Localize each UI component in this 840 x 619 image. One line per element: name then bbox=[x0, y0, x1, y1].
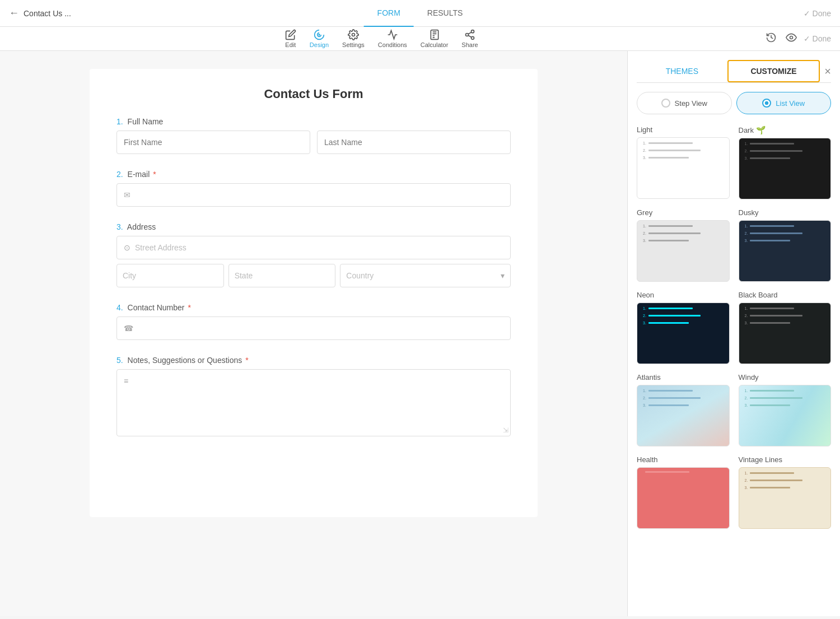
toolbar-calculator[interactable]: Calculator bbox=[416, 27, 453, 50]
field-num-1: 1. bbox=[116, 117, 123, 126]
toolbar-edit[interactable]: Edit bbox=[281, 27, 301, 50]
theme-preview-light: 1. 2. 3. bbox=[637, 137, 730, 199]
field-address: 3. Address ⊙ Street Address City State C… bbox=[116, 222, 511, 287]
first-name-field[interactable] bbox=[124, 138, 303, 147]
checkmark-icon: ✓ bbox=[804, 9, 810, 18]
form-container: Contact Us Form 1. Full Name bbox=[90, 69, 538, 517]
field-label-2: E-mail bbox=[128, 170, 150, 179]
theme-preview-dark: 1. 2. 3. bbox=[739, 138, 832, 199]
panel-tabs: THEMES CUSTOMIZE × bbox=[637, 60, 831, 83]
required-badge-5: * bbox=[245, 356, 248, 365]
themes-grid: Light 1. 2. 3. Dark 🌱 1. 2. 3. bbox=[637, 125, 831, 529]
list-view-radio[interactable] bbox=[762, 99, 771, 108]
required-badge-2: * bbox=[153, 170, 156, 179]
field-full-name: 1. Full Name bbox=[116, 117, 511, 154]
theme-atlantis[interactable]: Atlantis 1. 2. 3. bbox=[637, 373, 730, 446]
city-input[interactable]: City bbox=[116, 264, 224, 287]
list-view-label: List View bbox=[776, 99, 805, 108]
history-button[interactable] bbox=[763, 30, 779, 48]
toolbar-conditions[interactable]: Conditions bbox=[374, 27, 412, 50]
theme-vintage[interactable]: Vintage Lines 1. 2. 3. bbox=[739, 455, 832, 529]
state-input[interactable]: State bbox=[228, 264, 336, 287]
field-num-5: 5. bbox=[116, 356, 123, 365]
svg-line-10 bbox=[468, 35, 472, 37]
resize-handle[interactable]: ⇲ bbox=[503, 426, 508, 434]
svg-point-9 bbox=[472, 36, 474, 39]
tab-results[interactable]: RESULTS bbox=[414, 0, 477, 27]
city-placeholder: City bbox=[123, 271, 136, 280]
step-view-label: Step View bbox=[675, 99, 707, 108]
back-button[interactable]: ← bbox=[9, 7, 19, 19]
field-phone: 4. Contact Number * ☎ bbox=[116, 303, 511, 340]
field-num-3: 3. bbox=[116, 222, 123, 231]
page-title: Contact Us ... bbox=[24, 9, 71, 18]
right-panel: THEMES CUSTOMIZE × Step View List View L… bbox=[627, 51, 840, 616]
svg-line-11 bbox=[468, 32, 472, 34]
email-input[interactable]: ✉ bbox=[116, 183, 511, 207]
envelope-icon: ✉ bbox=[124, 190, 130, 199]
location-icon: ⊙ bbox=[124, 243, 130, 252]
toolbar-right: ✓Done bbox=[763, 30, 840, 48]
svg-point-12 bbox=[790, 36, 792, 39]
field-num-4: 4. bbox=[116, 303, 123, 312]
main-layout: Contact Us Form 1. Full Name bbox=[0, 51, 840, 616]
chevron-down-icon: ▾ bbox=[501, 271, 505, 280]
country-select[interactable]: Country ▾ bbox=[340, 264, 511, 287]
toolbar-share[interactable]: Share bbox=[457, 27, 482, 50]
name-inputs bbox=[116, 131, 511, 154]
theme-preview-vintage: 1. 2. 3. bbox=[739, 467, 832, 529]
step-view-radio[interactable] bbox=[661, 99, 670, 108]
done-button-toolbar[interactable]: ✓Done bbox=[804, 34, 831, 43]
tab-form[interactable]: FORM bbox=[364, 0, 414, 27]
field-notes: 5. Notes, Suggestions or Questions * ≡ ⇲ bbox=[116, 356, 511, 436]
first-name-input[interactable] bbox=[116, 131, 310, 154]
last-name-input[interactable] bbox=[317, 131, 511, 154]
theme-light[interactable]: Light 1. 2. 3. bbox=[637, 125, 730, 199]
address-subrow: City State Country ▾ bbox=[116, 264, 511, 287]
required-badge-4: * bbox=[188, 303, 190, 312]
theme-blackboard[interactable]: Black Board 1. 2. 3. bbox=[739, 291, 832, 364]
done-button[interactable]: ✓ Done bbox=[804, 9, 831, 18]
top-bar: ← Contact Us ... FORM RESULTS ✓ Done bbox=[0, 0, 840, 27]
align-icon: ≡ bbox=[124, 375, 128, 385]
street-address-input[interactable]: ⊙ Street Address bbox=[116, 236, 511, 259]
panel-close-button[interactable]: × bbox=[824, 65, 831, 78]
notes-input[interactable]: ≡ ⇲ bbox=[116, 369, 511, 436]
step-view-option[interactable]: Step View bbox=[637, 92, 732, 114]
theme-dark[interactable]: Dark 🌱 1. 2. 3. bbox=[739, 125, 832, 199]
field-email: 2. E-mail * ✉ bbox=[116, 170, 511, 207]
theme-windy[interactable]: Windy 1. 2. 3. bbox=[739, 373, 832, 446]
form-title: Contact Us Form bbox=[116, 87, 511, 101]
toolbar-design[interactable]: Design bbox=[305, 27, 333, 50]
field-label-3: Address bbox=[127, 222, 156, 231]
theme-preview-windy: 1. 2. 3. bbox=[739, 385, 832, 446]
street-placeholder: Street Address bbox=[135, 243, 186, 252]
theme-preview-grey: 1. 2. 3. bbox=[637, 220, 730, 282]
list-view-option[interactable]: List View bbox=[736, 92, 832, 114]
svg-point-0 bbox=[319, 34, 320, 35]
tab-customize[interactable]: CUSTOMIZE bbox=[727, 60, 820, 82]
theme-preview-blackboard: 1. 2. 3. bbox=[739, 302, 832, 364]
toolbar-items: Edit Design Settings Conditions Calculat… bbox=[0, 27, 763, 50]
theme-dusky[interactable]: Dusky 1. 2. 3. bbox=[739, 208, 832, 282]
toolbar-settings[interactable]: Settings bbox=[338, 27, 369, 50]
tab-themes[interactable]: THEMES bbox=[637, 61, 727, 81]
field-label-5: Notes, Suggestions or Questions bbox=[128, 356, 242, 365]
field-label-4: Contact Number bbox=[128, 303, 185, 312]
theme-neon[interactable]: Neon 1. 2. 3. bbox=[637, 291, 730, 364]
last-name-field[interactable] bbox=[324, 138, 503, 147]
phone-icon: ☎ bbox=[124, 324, 133, 333]
svg-point-7 bbox=[472, 30, 474, 33]
preview-button[interactable] bbox=[783, 30, 799, 48]
svg-point-1 bbox=[352, 34, 354, 36]
theme-grey[interactable]: Grey 1. 2. 3. bbox=[637, 208, 730, 282]
view-options: Step View List View bbox=[637, 92, 831, 114]
phone-input[interactable]: ☎ bbox=[116, 317, 511, 340]
theme-preview-health bbox=[637, 467, 730, 529]
theme-health[interactable]: Health bbox=[637, 455, 730, 529]
theme-preview-atlantis: 1. 2. 3. bbox=[637, 385, 730, 446]
field-num-2: 2. bbox=[116, 170, 123, 179]
country-placeholder: Country bbox=[346, 271, 374, 280]
field-label-1: Full Name bbox=[128, 117, 164, 126]
toolbar: Edit Design Settings Conditions Calculat… bbox=[0, 27, 840, 51]
